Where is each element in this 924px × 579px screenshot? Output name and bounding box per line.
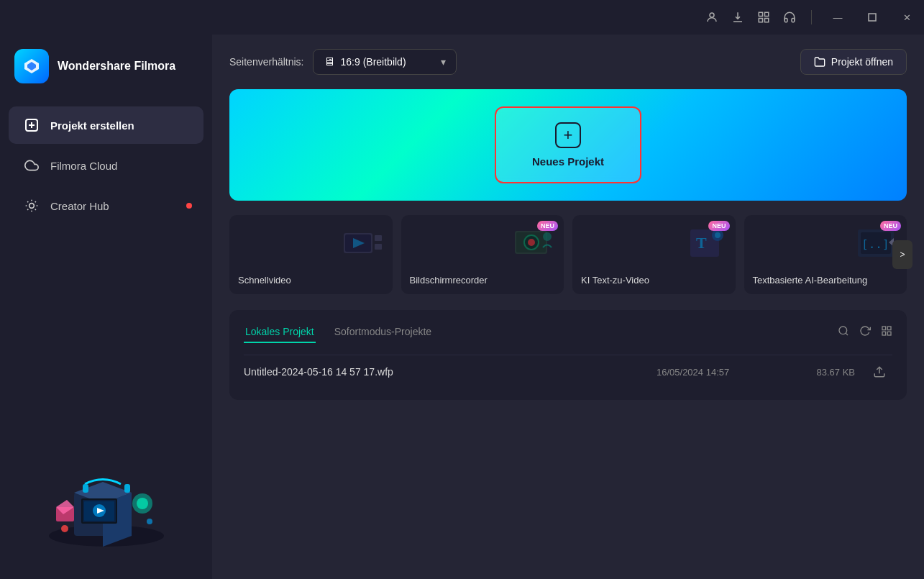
aspect-ratio-dropdown[interactable]: 🖥 16:9 (Breitbild) ▾ — [313, 49, 457, 75]
svg-rect-46 — [887, 327, 891, 330]
schnellvideo-illustration — [340, 222, 387, 269]
grid-icon[interactable] — [756, 10, 771, 24]
titlebar-icons: — ✕ — [705, 6, 918, 29]
grid-view-icon[interactable] — [881, 325, 892, 339]
hero-banner: + Neues Projekt — [229, 89, 907, 201]
monitor-icon: 🖥 — [324, 55, 335, 68]
quick-card-bildschirm-label: Bildschirmrecorder — [410, 275, 556, 286]
quick-actions: Schnellvideo NEU Bildschirmrecorder NEU — [229, 215, 907, 294]
quick-card-ki-text-label: KI Text-zu-Video — [581, 275, 727, 286]
top-bar: Seitenverhältnis: 🖥 16:9 (Breitbild) ▾ P… — [229, 49, 907, 75]
svg-rect-48 — [887, 332, 891, 335]
svg-point-40 — [715, 232, 721, 238]
svg-rect-5 — [869, 14, 876, 21]
project-size: 83.67 KB — [783, 367, 855, 378]
creator-icon — [23, 197, 40, 214]
quick-actions-wrapper: Schnellvideo NEU Bildschirmrecorder NEU — [229, 215, 907, 294]
aspect-ratio-label: Seitenverhältnis: — [229, 56, 304, 68]
svg-rect-47 — [882, 332, 886, 335]
sidebar-illustration — [0, 421, 212, 565]
projects-section: Lokales Projekt Sofortmodus-Projekte Unt… — [229, 310, 907, 400]
headphone-icon[interactable] — [782, 10, 797, 24]
svg-point-9 — [29, 204, 35, 209]
project-date: 16/05/2024 14:57 — [657, 367, 772, 378]
logo-area: Wondershare Filmora — [0, 49, 212, 105]
projects-tabs-row: Lokales Projekt Sofortmodus-Projekte — [244, 322, 892, 343]
titlebar: — ✕ — [0, 0, 924, 35]
create-icon — [23, 117, 40, 134]
quick-card-textbasiert-badge: NEU — [880, 221, 901, 231]
quick-card-bildschirm[interactable]: NEU Bildschirmrecorder — [401, 215, 564, 294]
svg-rect-4 — [765, 19, 769, 22]
creator-notification-dot — [186, 203, 192, 209]
maximize-button[interactable] — [861, 6, 884, 29]
new-project-card[interactable]: + Neues Projekt — [495, 106, 641, 183]
sidebar-item-cloud[interactable]: Filmora Cloud — [9, 147, 203, 184]
tab-actions — [838, 325, 892, 339]
aspect-ratio-value: 16:9 (Breitbild) — [341, 56, 406, 68]
sidebar-item-create[interactable]: Projekt erstellen — [9, 106, 203, 144]
svg-point-0 — [710, 13, 714, 17]
app-logo — [14, 49, 49, 83]
svg-point-44 — [839, 327, 847, 334]
main-content: Seitenverhältnis: 🖥 16:9 (Breitbild) ▾ P… — [212, 35, 924, 579]
sidebar-item-cloud-label: Filmora Cloud — [50, 160, 117, 172]
sidebar: Wondershare Filmora Projekt erstellen Fi… — [0, 35, 212, 579]
svg-rect-2 — [765, 12, 769, 16]
svg-point-35 — [528, 239, 535, 246]
svg-rect-26 — [124, 484, 130, 493]
aspect-ratio-section: Seitenverhältnis: 🖥 16:9 (Breitbild) ▾ — [229, 49, 457, 75]
new-project-label: Neues Projekt — [532, 155, 604, 168]
app-title: Wondershare Filmora — [58, 59, 175, 74]
project-item[interactable]: Untitled-2024-05-16 14 57 17.wfp 16/05/2… — [244, 355, 892, 388]
cloud-icon — [23, 157, 40, 174]
download-icon[interactable] — [731, 10, 745, 24]
tab-local-project[interactable]: Lokales Projekt — [244, 322, 316, 343]
svg-rect-30 — [375, 235, 382, 241]
svg-point-36 — [543, 232, 552, 241]
quick-card-ki-text[interactable]: NEU T KI Text-zu-Video — [572, 215, 736, 294]
close-button[interactable]: ✕ — [895, 6, 918, 29]
svg-text:T: T — [696, 234, 707, 252]
svg-point-23 — [61, 525, 68, 532]
search-icon[interactable] — [838, 325, 849, 339]
refresh-icon[interactable] — [859, 325, 871, 339]
sidebar-item-creator-label: Creator Hub — [50, 200, 109, 212]
quick-card-bildschirm-badge: NEU — [537, 221, 558, 231]
folder-icon — [814, 56, 825, 68]
svg-rect-3 — [759, 19, 762, 22]
quick-card-textbasiert[interactable]: NEU [..] Textbasierte AI-Bearbeitung — [744, 215, 907, 294]
separator — [811, 10, 812, 24]
svg-rect-25 — [83, 484, 88, 493]
sidebar-item-creator[interactable]: Creator Hub — [9, 187, 203, 224]
project-name: Untitled-2024-05-16 14 57 17.wfp — [244, 366, 645, 378]
minimize-button[interactable]: — — [826, 6, 849, 29]
tab-instant-project[interactable]: Sofortmodus-Projekte — [333, 322, 433, 343]
svg-rect-45 — [882, 327, 886, 330]
svg-rect-1 — [759, 12, 762, 16]
user-icon[interactable] — [705, 10, 719, 24]
open-project-label: Projekt öffnen — [831, 56, 893, 68]
svg-rect-31 — [375, 244, 382, 250]
quick-card-textbasiert-label: Textbasierte AI-Bearbeitung — [753, 275, 899, 286]
svg-text:[..]: [..] — [861, 237, 889, 251]
carousel-next-button[interactable]: > — [892, 240, 912, 269]
chevron-down-icon: ▾ — [441, 56, 446, 68]
new-project-plus-icon: + — [555, 122, 581, 148]
open-project-button[interactable]: Projekt öffnen — [800, 49, 907, 75]
quick-card-ki-text-badge: NEU — [708, 221, 729, 231]
quick-card-schnellvideo-label: Schnellvideo — [238, 275, 384, 286]
svg-point-22 — [137, 498, 148, 509]
sidebar-item-create-label: Projekt erstellen — [50, 119, 134, 132]
quick-card-schnellvideo[interactable]: Schnellvideo — [229, 215, 393, 294]
project-upload-button[interactable] — [866, 365, 892, 378]
svg-point-24 — [147, 519, 152, 524]
